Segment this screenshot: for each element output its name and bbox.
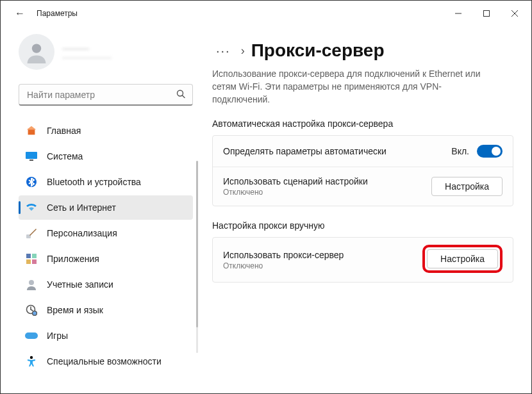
clock-icon <box>25 304 38 316</box>
setting-use-proxy: Использовать прокси-сервер Отключено Нас… <box>212 237 513 283</box>
svg-rect-11 <box>26 254 31 258</box>
avatar <box>19 34 54 70</box>
svg-rect-20 <box>25 332 38 339</box>
setting-sublabel: Отключено <box>223 188 368 197</box>
sidebar-item-label: Персонализация <box>47 228 117 238</box>
page-description: Использование прокси-сервера для подключ… <box>212 67 488 106</box>
close-button[interactable] <box>501 3 529 24</box>
section-heading-manual: Настройка прокси вручную <box>212 220 513 231</box>
user-icon <box>25 278 38 291</box>
card-group-auto: Определять параметры автоматически Вкл. … <box>212 135 513 206</box>
sidebar-item-personalization[interactable]: Персонализация <box>19 221 193 245</box>
sidebar-item-label: Главная <box>47 126 81 136</box>
sidebar-item-label: Система <box>47 151 83 161</box>
sidebar-item-gaming[interactable]: Игры <box>19 324 193 348</box>
svg-line-18 <box>31 309 33 311</box>
breadcrumb: ··· › Прокси-сервер <box>212 40 513 61</box>
sidebar-item-label: Учетные записи <box>47 279 113 290</box>
user-info: ——— ——————— <box>62 43 112 61</box>
titlebar: ← Параметры <box>1 1 531 26</box>
main-panel: ··· › Прокси-сервер Использование прокси… <box>199 26 531 393</box>
annotation-highlight: Настройка <box>422 245 503 273</box>
window-controls <box>444 3 529 24</box>
svg-point-21 <box>30 356 33 359</box>
home-icon <box>25 124 38 137</box>
user-name: ——— <box>62 43 112 53</box>
setting-sublabel: Отключено <box>223 261 344 270</box>
sidebar-item-accounts[interactable]: Учетные записи <box>19 272 193 297</box>
svg-point-15 <box>29 280 34 285</box>
setting-auto-detect: Определять параметры автоматически Вкл. <box>213 136 513 167</box>
user-account-block[interactable]: ——— ——————— <box>19 31 197 72</box>
user-email: ——————— <box>62 53 112 61</box>
svg-rect-7 <box>26 152 37 159</box>
svg-point-19 <box>33 311 37 316</box>
svg-rect-12 <box>32 254 37 258</box>
setting-use-script: Использовать сценарий настройки Отключен… <box>213 167 513 206</box>
sidebar-item-label: Специальные возможности <box>47 356 162 366</box>
sidebar-item-home[interactable]: Главная <box>19 119 193 143</box>
bluetooth-icon <box>25 176 38 188</box>
sidebar-item-label: Bluetooth и устройства <box>47 177 141 187</box>
sidebar-item-accessibility[interactable]: Специальные возможности <box>19 349 193 373</box>
setting-label: Использовать сценарий настройки <box>223 176 368 186</box>
svg-rect-14 <box>32 259 37 264</box>
setting-label: Использовать прокси-сервер <box>223 250 344 260</box>
sidebar-item-label: Сеть и Интернет <box>47 202 116 213</box>
chevron-right-icon: › <box>241 44 245 58</box>
svg-rect-1 <box>484 11 490 17</box>
svg-rect-13 <box>26 259 31 264</box>
svg-point-4 <box>32 44 41 53</box>
search-input[interactable] <box>19 84 193 106</box>
sidebar-item-system[interactable]: Система <box>19 144 193 168</box>
sidebar-item-label: Время и язык <box>47 305 103 315</box>
nav-list: Главная Система Bluetooth и устройства С… <box>19 119 197 373</box>
sidebar-item-label: Игры <box>47 331 68 341</box>
breadcrumb-overflow-button[interactable]: ··· <box>212 41 235 61</box>
brush-icon <box>25 227 38 240</box>
sidebar-item-apps[interactable]: Приложения <box>19 247 193 271</box>
sidebar-item-label: Приложения <box>47 254 99 264</box>
sidebar: ——— ——————— Главная Система Bluetooth и … <box>1 26 199 393</box>
sidebar-item-bluetooth[interactable]: Bluetooth и устройства <box>19 170 193 194</box>
script-setup-button[interactable]: Настройка <box>431 177 503 196</box>
sidebar-item-network[interactable]: Сеть и Интернет <box>19 195 193 220</box>
back-button[interactable]: ← <box>8 4 31 23</box>
page-title: Прокси-сервер <box>251 40 385 61</box>
gamepad-icon <box>25 329 38 342</box>
apps-icon <box>25 252 38 265</box>
sidebar-scrollbar[interactable] <box>196 161 198 353</box>
display-icon <box>25 150 38 163</box>
minimize-button[interactable] <box>444 3 472 24</box>
svg-rect-8 <box>29 160 33 161</box>
search-wrap <box>19 84 197 106</box>
section-heading-auto: Автоматическая настройка прокси-сервера <box>212 119 513 129</box>
setting-label: Определять параметры автоматически <box>223 146 387 156</box>
maximize-button[interactable] <box>472 3 501 24</box>
manual-proxy-setup-button[interactable]: Настройка <box>427 249 498 268</box>
auto-detect-toggle[interactable] <box>477 145 503 158</box>
sidebar-item-time-language[interactable]: Время и язык <box>19 298 193 322</box>
wifi-icon <box>25 201 38 214</box>
app-title: Параметры <box>37 9 78 18</box>
accessibility-icon <box>25 355 38 368</box>
toggle-state-label: Вкл. <box>451 146 469 156</box>
